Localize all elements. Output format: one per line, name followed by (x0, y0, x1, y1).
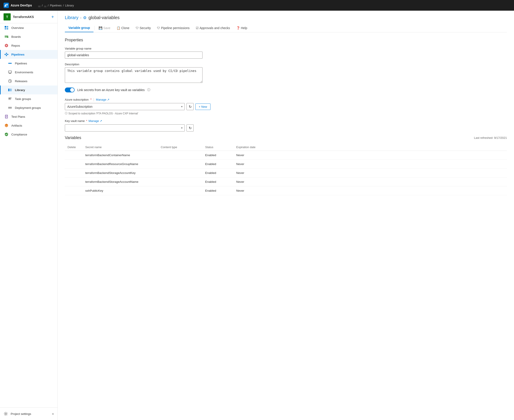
keyvault-select-row: ▾ ↻ (65, 124, 507, 131)
breadcrumb-pipelines[interactable]: Pipelines (50, 4, 62, 7)
app-logo[interactable]: Azure DevOps (4, 3, 32, 8)
breadcrumb-item-2[interactable]: ··· (44, 4, 46, 7)
variable-group-name-field: Variable group name (65, 47, 507, 59)
page-title: global-variables (88, 15, 119, 20)
sidebar-item-overview[interactable]: Overview (0, 23, 58, 32)
content-area: Library › ⚙ global-variables Variable gr… (58, 11, 514, 420)
row-status: Enabled (202, 169, 234, 178)
pipelines-sub-icon (8, 61, 12, 66)
library-icon (8, 88, 12, 92)
col-content-type: Content type (158, 144, 202, 151)
row-status: Enabled (202, 160, 234, 169)
sidebar-item-environments[interactable]: Environments (0, 68, 58, 77)
svg-point-24 (10, 107, 12, 108)
row-content-type (158, 186, 202, 195)
releases-icon (8, 79, 12, 83)
link-secrets-toggle[interactable] (65, 88, 74, 92)
row-secret-name: terraformBackendContainerName (82, 151, 158, 160)
clone-icon: 📋 (117, 26, 120, 30)
table-header-row: Delete Secret name Content type Status E… (65, 144, 507, 151)
subscription-new-button[interactable]: + Delete New (195, 104, 210, 110)
approvals-checks-button[interactable]: ☑ Approvals and checks (193, 24, 233, 31)
scoped-info: ⓘ Scoped to subscription 'FTA PAOLOS - A… (65, 112, 507, 115)
org-avatar: T (4, 13, 11, 20)
svg-rect-16 (8, 71, 12, 73)
org-header[interactable]: T TerraformAKS + (0, 11, 58, 23)
tab-divider-1 (94, 26, 95, 30)
scope-info-text: Scoped to subscription 'FTA PAOLOS - Azu… (68, 112, 138, 115)
row-expiration: Never (234, 186, 507, 195)
keyvault-label-text: Key vault name (65, 119, 85, 123)
row-delete-cell (65, 151, 82, 160)
deploymentgroups-icon (8, 105, 12, 110)
variables-title: Variables (65, 135, 81, 140)
sidebar-item-pipelines-section[interactable]: Pipelines (0, 50, 58, 59)
sidebar-item-taskgroups[interactable]: Task groups (0, 94, 58, 103)
svg-rect-21 (8, 99, 11, 99)
row-expiration: Never (234, 178, 507, 186)
subscription-refresh-button[interactable]: ↻ (186, 103, 194, 110)
keyvault-refresh-button[interactable]: ↻ (186, 124, 194, 131)
sidebar-item-repos[interactable]: Repos (0, 41, 58, 50)
artifacts-icon (4, 123, 9, 128)
col-secret-name: Secret name (82, 144, 158, 151)
sidebar-nav: Overview Boards Repos Pipe (0, 23, 58, 407)
pipelines-icon (4, 52, 9, 57)
variable-group-name-input[interactable] (65, 52, 202, 59)
help-button[interactable]: ❓ Help (233, 24, 250, 31)
row-status: Enabled (202, 178, 234, 186)
row-secret-name: terraformBackendResourceGroupName (82, 160, 158, 169)
environments-icon (8, 70, 12, 75)
sidebar-item-boards[interactable]: Boards (0, 32, 58, 41)
save-button[interactable]: 💾 Save (96, 24, 113, 31)
breadcrumb-chevron-icon: › (80, 16, 81, 20)
sidebar-label-pipelines: Pipelines (15, 62, 27, 65)
add-org-button[interactable]: + (51, 15, 54, 20)
sidebar-item-deploymentgroups[interactable]: Deployment groups (0, 103, 58, 112)
sidebar-label-repos: Repos (11, 44, 20, 47)
subscription-manage-link[interactable]: Manage ↗ (96, 98, 110, 101)
variables-header: Variables Last refreshed: 9/17/2021 (65, 135, 507, 140)
sidebar-item-library[interactable]: Library (0, 85, 58, 94)
sidebar-item-pipelines[interactable]: Pipelines (0, 59, 58, 68)
security-button[interactable]: 🛡 Security (133, 24, 154, 31)
keyvault-select[interactable] (65, 124, 185, 131)
project-settings-item[interactable]: Project settings « (0, 409, 58, 418)
azure-subscription-group: Azure subscription * | Manage ↗ AzureSub… (65, 98, 507, 115)
col-delete: Delete (65, 144, 82, 151)
svg-rect-18 (9, 89, 10, 91)
keyvault-required: * (86, 119, 87, 123)
variables-table-body: terraformBackendContainerName Enabled Ne… (65, 151, 507, 195)
table-row: terraformBackendContainerName Enabled Ne… (65, 151, 507, 160)
collapse-sidebar-button[interactable]: « (52, 412, 54, 416)
svg-point-15 (10, 63, 11, 64)
row-secret-name: terraformBackendStorageAccountName (82, 178, 158, 186)
svg-point-10 (6, 55, 7, 56)
tab-bar: Variable group 💾 Save 📋 Clone 🛡 Security… (65, 24, 507, 32)
tab-variable-group[interactable]: Variable group (65, 24, 93, 32)
sidebar-item-compliance[interactable]: Compliance (0, 130, 58, 139)
svg-rect-22 (8, 99, 11, 100)
overview-icon (4, 26, 9, 30)
sidebar-label-releases: Releases (15, 80, 27, 83)
pipeline-permissions-button[interactable]: 🛡 Pipeline permissions (154, 24, 193, 31)
repos-icon (4, 43, 9, 48)
subscription-select[interactable]: AzureSubscription (65, 103, 185, 110)
library-breadcrumb-link[interactable]: Library (65, 15, 78, 20)
subscription-select-wrapper: AzureSubscription ▾ (65, 103, 185, 110)
info-icon[interactable]: ⓘ (147, 88, 150, 92)
svg-rect-3 (7, 28, 8, 30)
breadcrumb-item-1[interactable]: ··· (38, 4, 41, 7)
subscription-label: Azure subscription (65, 98, 89, 101)
keyvault-manage-link[interactable]: Manage ↗ (89, 119, 102, 123)
row-expiration: Never (234, 151, 507, 160)
clone-button[interactable]: 📋 Clone (113, 24, 133, 31)
external-link-icon: ↗ (107, 98, 110, 101)
description-input[interactable]: This variable group contains global vari… (65, 67, 202, 83)
variable-group-name-label: Variable group name (65, 47, 507, 50)
sidebar-item-artifacts[interactable]: Artifacts (0, 121, 58, 130)
taskgroups-icon (8, 97, 12, 101)
sidebar-item-testplans[interactable]: Test Plans (0, 112, 58, 121)
sidebar-label-deploymentgroups: Deployment groups (15, 106, 41, 110)
sidebar-item-releases[interactable]: Releases (0, 77, 58, 85)
